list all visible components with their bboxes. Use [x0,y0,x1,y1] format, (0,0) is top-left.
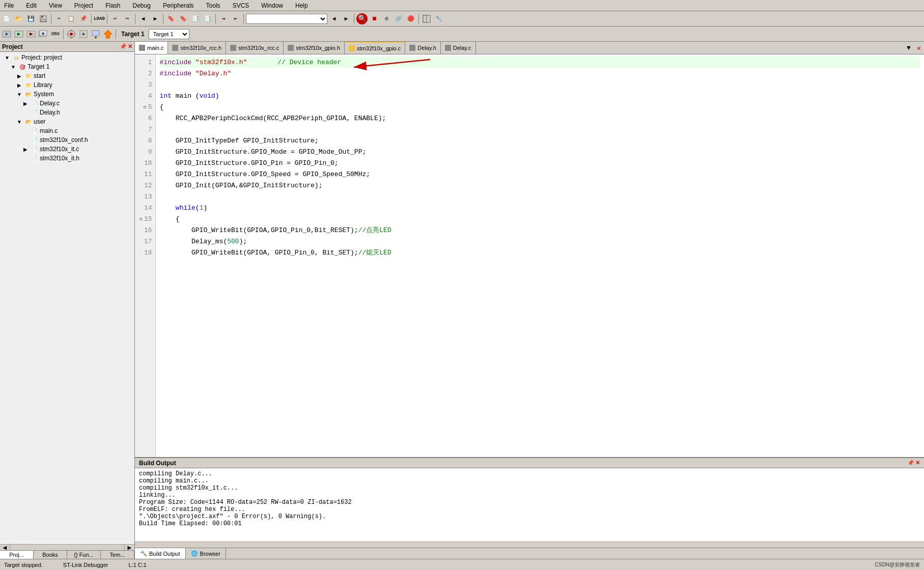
sidebar-tab-books[interactable]: Books [34,551,67,559]
menu-edit[interactable]: Edit [24,2,39,10]
build-btn[interactable] [13,28,24,40]
forward-btn[interactable]: ▶ [150,13,161,24]
build-scrollbar[interactable] [135,542,924,548]
code-line-2[interactable]: #include "Delay.h" [160,68,920,79]
code-line-8[interactable]: GPIO_InitTypeDef GPIO_InitStructure; [160,135,920,146]
code-line-14[interactable]: while(1) [160,202,920,213]
window-split-btn[interactable] [421,13,432,24]
reset-btn[interactable]: ⏺ [381,13,392,24]
fold-btn-15[interactable]: ⊟ [138,216,144,222]
code-line-7[interactable] [160,124,920,135]
tab-stm32rcc-c[interactable]: stm32f10x_rcc.c [226,42,284,54]
bookmark-clear-btn[interactable]: 📑 [202,13,213,24]
menu-view[interactable]: View [47,2,64,10]
new-file-btn[interactable]: 📄 [1,13,12,24]
load-btn[interactable]: LOAD [94,13,105,24]
debug-btn[interactable]: 🔴 [405,13,416,24]
scroll-right-btn[interactable]: ▶ [124,545,134,550]
code-line-1[interactable]: #include "stm32f10x.h"// Device header [160,56,920,68]
menu-peripherals[interactable]: Peripherals [161,2,196,10]
bookmark-prev-btn[interactable]: 🔖 [165,13,177,24]
menu-help[interactable]: Help [293,2,310,10]
code-line-4[interactable]: int main (void) [160,90,920,101]
tab-stm32gpio-h[interactable]: stm32f10x_gpio.h [284,42,345,54]
code-line-3[interactable] [160,79,920,90]
target-options-btn[interactable] [66,28,77,40]
tabs-scroll-right[interactable]: ▼ [904,42,914,54]
tab-main-c[interactable]: main.c [135,42,168,54]
tree-file-delay-h[interactable]: 📄 Delay.h [1,108,133,117]
sidebar-close-btn[interactable]: ✕ [128,43,132,50]
target-select[interactable]: Target 1 [149,29,189,39]
tabs-close-btn[interactable]: ✕ [914,42,924,54]
function-dropdown[interactable]: GPIOMode_TypeDef [246,14,327,24]
menu-file[interactable]: File [2,2,16,10]
sidebar-tab-temp[interactable]: Tem... [101,551,134,559]
menu-tools[interactable]: Tools [204,2,222,10]
sidebar-scrollbar[interactable]: ◀ ▶ [0,544,134,550]
build-panel-pin-btn[interactable]: 📌 [907,460,914,466]
tree-folder-user[interactable]: ▼ 📂 user [1,117,133,126]
tree-project-root[interactable]: ▼ 🗂 Project: project [1,53,133,62]
rebuild-btn[interactable] [25,28,37,40]
sidebar-pin-btn[interactable]: 📌 [120,43,127,50]
indent-btn[interactable]: ⇥ [218,13,229,24]
settings-btn[interactable]: 🔧 [433,13,444,24]
code-editor[interactable]: 1 2 3 4 ⊟5 6 7 8 9 10 11 12 13 14 ⊟15 16 [135,54,924,457]
tree-file-main-c[interactable]: 📄 main.c [1,126,133,135]
code-line-10[interactable]: GPIO_InitStructure.GPIO_Pin = GPIO_Pin_0… [160,157,920,168]
find-btn[interactable]: 🔍 [356,13,368,24]
sidebar-tab-proj[interactable]: Proj... [0,551,34,559]
download-btn[interactable] [90,28,101,40]
menu-svcs[interactable]: SVCS [231,2,251,10]
code-line-11[interactable]: GPIO_InitStructure.GPIO_Speed = GPIO_Spe… [160,168,920,180]
unindent-btn[interactable]: ⇤ [230,13,241,24]
fold-btn-5[interactable]: ⊟ [142,104,148,110]
cut-btn[interactable]: ✂ [53,13,65,24]
code-line-16[interactable]: GPIO_WriteBit(GPIOA,GPIO_Pin_0,Bit_RESET… [160,224,920,236]
open-file-btn[interactable]: 📂 [13,13,24,24]
build-tab-browser[interactable]: 🌐 Browser [186,548,226,559]
bookmark-next-btn[interactable]: 🔖 [178,13,189,24]
build-tab-output[interactable]: 🔨 Build Output [135,548,186,559]
scroll-left-btn[interactable]: ◀ [0,545,10,550]
save-all-btn[interactable] [38,13,49,24]
tree-target1[interactable]: ▼ 🎯 Target 1 [1,62,133,71]
batch-build-btn[interactable] [38,28,49,40]
menu-window[interactable]: Window [259,2,285,10]
debug-start-btn[interactable]: DBG [50,28,61,40]
copy-btn[interactable]: 📋 [66,13,77,24]
sidebar-tab-func[interactable]: {} Fun... [67,551,101,559]
save-btn[interactable]: 💾 [25,13,37,24]
code-line-9[interactable]: GPIO_InitStructure.GPIO_Mode = GPIO_Mode… [160,146,920,157]
tab-delay-c[interactable]: Delay.c [441,42,476,54]
menu-flash[interactable]: Flash [103,2,122,10]
tree-file-stm32it-c[interactable]: ▶ 📄 stm32f10x_it.c [1,145,133,154]
build-output-content[interactable]: compiling Delay.c... compiling main.c...… [135,468,924,542]
tab-delay-h[interactable]: Delay.h [405,42,440,54]
build-panel-close-btn[interactable]: ✕ [915,460,920,466]
back-btn[interactable]: ◀ [137,13,149,24]
environment-btn[interactable] [78,28,89,40]
code-line-12[interactable]: GPIO_Init(GPIOA,&GPIO_InitStructure); [160,180,920,191]
paste-btn[interactable]: 📌 [78,13,89,24]
break-btn[interactable]: 🔗 [393,13,404,24]
tree-folder-library[interactable]: ▶ 📁 Library [1,80,133,90]
function-next-btn[interactable]: ▶ [341,13,352,24]
compile-btn[interactable] [1,28,12,40]
menu-project[interactable]: Project [72,2,95,10]
code-content[interactable]: #include "stm32f10x.h"// Device header #… [156,54,924,457]
code-line-15[interactable]: { [160,213,920,224]
undo-btn[interactable]: ↩ [109,13,121,24]
tree-folder-system[interactable]: ▼ 📂 System [1,90,133,99]
function-prev-btn[interactable]: ◀ [328,13,340,24]
tree-file-delay-c[interactable]: ▶ 📄 Delay.c [1,99,133,108]
tree-file-stm32conf[interactable]: 📄 stm32f10x_conf.h [1,135,133,145]
tree-file-stm32it-h[interactable]: 📄 stm32f10x_it.h [1,154,133,163]
stop-btn[interactable]: ⏹ [369,13,380,24]
bookmark-add-btn[interactable]: 📑 [190,13,201,24]
code-line-6[interactable]: RCC_APB2PeriphClockCmd(RCC_APB2Periph_GP… [160,112,920,124]
code-line-18[interactable]: GPIO_WriteBit(GPIOA, GPIO_Pin_0, Bit_SET… [160,247,920,258]
menu-debug[interactable]: Debug [131,2,153,10]
tab-stm32rcc-h[interactable]: stm32f10x_rcc.h [168,42,226,54]
